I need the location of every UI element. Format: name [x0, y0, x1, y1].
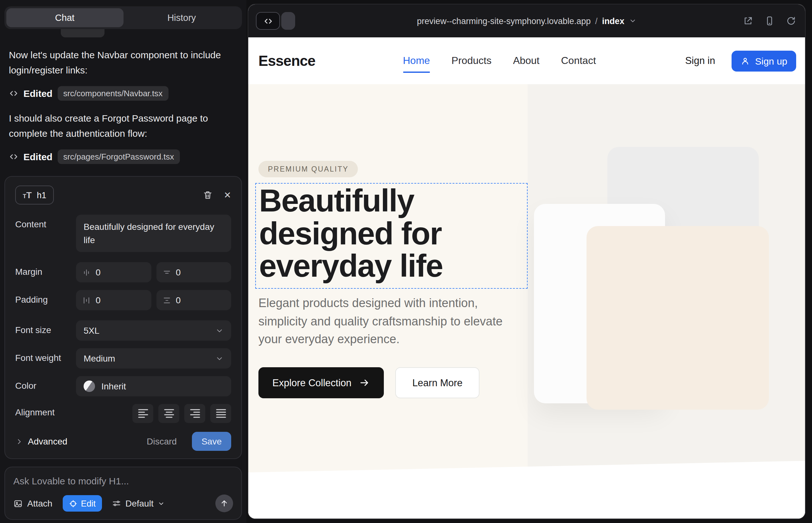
attach-button[interactable]: Attach	[13, 498, 52, 508]
margin-y-input[interactable]	[176, 267, 225, 277]
font-weight-label: Font weight	[15, 348, 76, 368]
explore-collection-button[interactable]: Explore Collection	[259, 367, 384, 398]
code-icon	[9, 89, 18, 98]
stage: Chat History Now let's update the Navbar…	[0, 0, 812, 523]
browser-actions	[743, 16, 796, 26]
preview-area: preview--charming-site-symphony.lovable.…	[246, 0, 812, 523]
hero-cta-row: Explore Collection Learn More	[259, 367, 479, 398]
cta-primary-label: Explore Collection	[272, 377, 352, 389]
toggle-handle[interactable]	[281, 12, 295, 30]
discard-button[interactable]: Discard	[143, 436, 180, 447]
model-default-button[interactable]: Default	[112, 498, 165, 508]
learn-more-button[interactable]: Learn More	[395, 367, 480, 398]
site-navbar: Essence Home Products About Contact Sign…	[248, 37, 805, 84]
hero-section: PREMIUM QUALITY Beautifully designed for…	[248, 84, 805, 519]
margin-row: Margin	[15, 262, 231, 283]
attach-label: Attach	[27, 498, 52, 508]
default-label: Default	[125, 498, 154, 508]
code-view-toggle[interactable]	[256, 12, 295, 30]
edited-label: Edited	[23, 88, 53, 99]
nav-link-about[interactable]: About	[513, 55, 540, 67]
nav-links: Home Products About Contact	[403, 55, 596, 67]
brand-logo[interactable]: Essence	[259, 52, 315, 69]
close-editor-button[interactable]: ✕	[224, 190, 231, 200]
code-icon	[9, 152, 18, 161]
arrow-right-icon	[359, 377, 370, 388]
padding-row: Padding	[15, 290, 231, 310]
composer-input[interactable]: Ask Lovable to modify H1...	[13, 475, 233, 486]
padding-y-input[interactable]	[176, 295, 225, 305]
url-separator: /	[595, 16, 598, 26]
chat-composer: Ask Lovable to modify H1... Attach Edit	[4, 467, 242, 520]
margin-x-field	[76, 262, 151, 283]
hero-bottom-curve	[248, 460, 805, 519]
send-button[interactable]	[215, 494, 233, 512]
tab-history[interactable]: History	[123, 8, 240, 27]
margin-x-input[interactable]	[96, 267, 145, 277]
selected-h1-outline[interactable]: Beautifully designed for everyday life	[255, 183, 528, 288]
person-icon	[740, 56, 750, 66]
font-size-value: 5XL	[84, 325, 100, 336]
edit-mode-button[interactable]: Edit	[63, 495, 102, 511]
chevron-down-icon	[215, 354, 224, 362]
edited-label: Edited	[23, 151, 53, 162]
refresh-icon	[786, 16, 796, 26]
align-right-button[interactable]	[184, 404, 205, 423]
padding-label: Padding	[15, 290, 76, 310]
font-weight-select[interactable]: Medium	[76, 348, 231, 368]
element-tag-label: h1	[37, 191, 46, 200]
chat-message-list[interactable]: Now let's update the Navbar component to…	[0, 29, 246, 171]
font-size-select[interactable]: 5XL	[76, 320, 231, 341]
mobile-view-button[interactable]	[764, 16, 775, 26]
color-select[interactable]: Inherit	[76, 376, 231, 396]
margin-horizontal-icon	[82, 268, 91, 276]
font-weight-row: Font weight Medium	[15, 348, 231, 368]
color-label: Color	[15, 376, 76, 396]
nav-link-products[interactable]: Products	[452, 55, 492, 67]
nav-link-contact[interactable]: Contact	[561, 55, 596, 67]
content-textarea[interactable]: Beautifully designed for everyday life	[76, 215, 231, 252]
align-center-button[interactable]	[158, 404, 179, 423]
padding-x-field	[76, 290, 151, 310]
delete-element-button[interactable]	[203, 190, 213, 200]
alignment-row: Alignment	[15, 404, 231, 423]
editor-header: TT h1 ✕	[15, 186, 231, 205]
align-left-icon	[138, 409, 148, 418]
tab-chat[interactable]: Chat	[6, 8, 123, 27]
chevron-down-icon	[215, 326, 224, 335]
font-size-row: Font size 5XL	[15, 320, 231, 341]
align-left-button[interactable]	[133, 404, 153, 423]
file-badge[interactable]: src/pages/ForgotPassword.tsx	[58, 149, 180, 164]
refresh-button[interactable]	[786, 16, 796, 26]
trash-icon	[203, 190, 213, 200]
chevron-down-icon	[158, 500, 165, 507]
scrolled-badge-fragment	[61, 29, 105, 37]
padding-x-input[interactable]	[96, 295, 145, 305]
chat-message: I should also create a Forgot Password p…	[9, 111, 232, 141]
composer-toolbar: Attach Edit Default	[13, 494, 233, 512]
align-right-icon	[190, 409, 200, 418]
lovable-app: Chat History Now let's update the Navbar…	[0, 0, 812, 523]
selected-element-tag[interactable]: TT h1	[15, 186, 54, 205]
code-icon	[256, 12, 280, 30]
color-value: Inherit	[101, 381, 126, 391]
align-justify-button[interactable]	[210, 404, 231, 423]
editor-footer: Advanced Discard Save	[15, 432, 231, 451]
url-breadcrumb[interactable]: preview--charming-site-symphony.lovable.…	[417, 16, 637, 26]
sign-in-link[interactable]: Sign in	[685, 55, 715, 67]
color-row: Color Inherit	[15, 376, 231, 396]
quality-badge: PREMIUM QUALITY	[259, 161, 358, 177]
advanced-toggle[interactable]: Advanced	[15, 436, 68, 446]
margin-vertical-icon	[162, 268, 171, 276]
edited-file-row: Edited src/components/Navbar.tsx	[9, 86, 237, 101]
file-badge[interactable]: src/components/Navbar.tsx	[58, 86, 169, 101]
nav-link-home[interactable]: Home	[403, 55, 430, 73]
sign-up-button[interactable]: Sign up	[731, 50, 796, 71]
page-name: index	[602, 16, 624, 26]
save-button[interactable]: Save	[192, 432, 231, 451]
auth-actions: Sign in Sign up	[685, 50, 796, 71]
open-external-button[interactable]	[743, 16, 753, 26]
align-center-icon	[164, 409, 174, 418]
chat-panel: Chat History Now let's update the Navbar…	[0, 0, 246, 523]
hero-heading[interactable]: Beautifully designed for everyday life	[259, 185, 527, 283]
